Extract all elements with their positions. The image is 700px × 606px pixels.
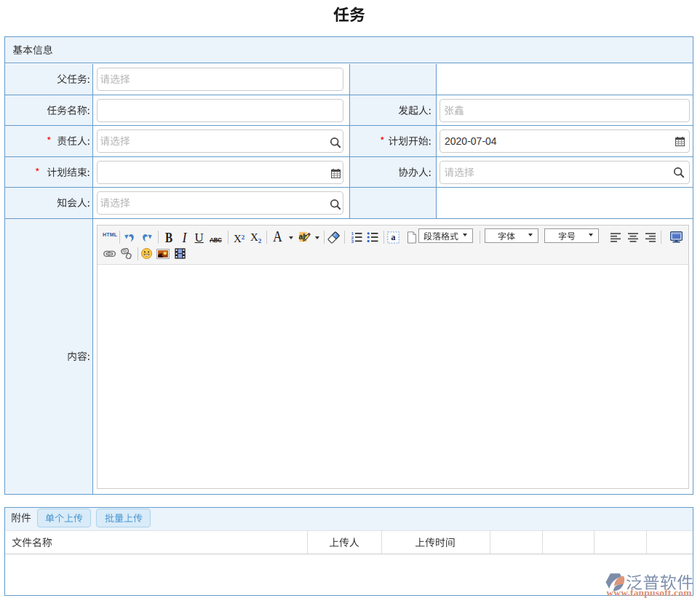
svg-text:3: 3 xyxy=(351,239,354,243)
svg-text:a: a xyxy=(391,232,395,242)
